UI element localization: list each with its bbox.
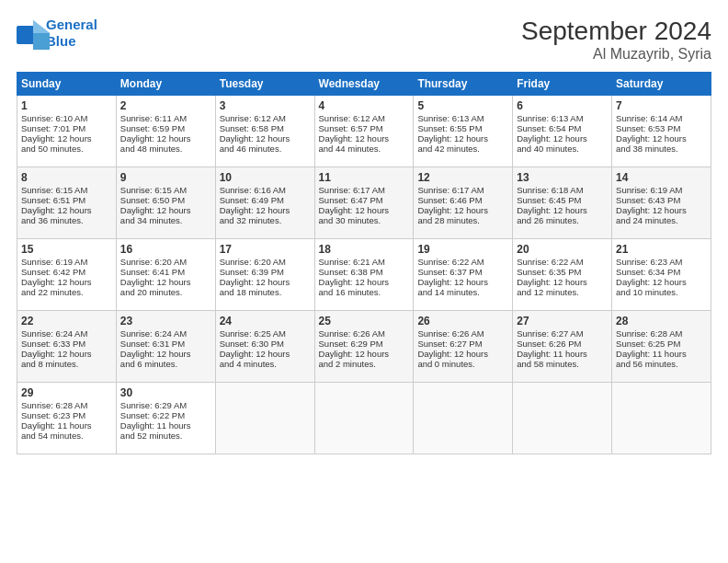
- calendar-cell: 15Sunrise: 6:19 AMSunset: 6:42 PMDayligh…: [17, 239, 117, 311]
- day-info-line: Daylight: 12 hours: [220, 205, 311, 215]
- day-number: 24: [220, 315, 311, 327]
- week-row-3: 15Sunrise: 6:19 AMSunset: 6:42 PMDayligh…: [17, 239, 711, 311]
- calendar-cell: 3Sunrise: 6:12 AMSunset: 6:58 PMDaylight…: [215, 96, 314, 167]
- day-info-line: Sunrise: 6:28 AM: [21, 400, 112, 410]
- day-info-line: and 4 minutes.: [220, 359, 311, 369]
- day-number: 1: [21, 99, 112, 112]
- day-info-line: and 50 minutes.: [21, 144, 112, 154]
- day-info-line: Daylight: 12 hours: [21, 277, 112, 287]
- calendar-cell: 5Sunrise: 6:13 AMSunset: 6:55 PMDaylight…: [414, 96, 513, 167]
- day-info-line: Daylight: 12 hours: [120, 349, 211, 359]
- day-info-line: Sunrise: 6:14 AM: [616, 113, 707, 123]
- day-info-line: and 28 minutes.: [417, 215, 508, 225]
- calendar-cell: [414, 383, 513, 454]
- col-saturday: Saturday: [612, 73, 711, 96]
- day-info-line: and 2 minutes.: [319, 359, 410, 369]
- calendar-cell: 14Sunrise: 6:19 AMSunset: 6:43 PMDayligh…: [612, 167, 711, 239]
- calendar-cell: 9Sunrise: 6:15 AMSunset: 6:50 PMDaylight…: [116, 167, 215, 239]
- day-info-line: and 40 minutes.: [517, 144, 608, 154]
- day-info-line: and 32 minutes.: [220, 215, 311, 225]
- day-info-line: Daylight: 12 hours: [120, 205, 211, 215]
- calendar-cell: 1Sunrise: 6:10 AMSunset: 7:01 PMDaylight…: [17, 96, 117, 167]
- location-title: Al Muzayrib, Syria: [521, 46, 711, 63]
- calendar-cell: 29Sunrise: 6:28 AMSunset: 6:23 PMDayligh…: [17, 383, 117, 454]
- day-info-line: Sunset: 6:22 PM: [120, 410, 211, 420]
- day-info-line: Daylight: 12 hours: [417, 349, 508, 359]
- day-info-line: and 52 minutes.: [120, 431, 211, 441]
- day-info-line: and 36 minutes.: [21, 215, 112, 225]
- day-info-line: Daylight: 12 hours: [220, 349, 311, 359]
- day-info-line: Sunrise: 6:20 AM: [120, 257, 211, 267]
- calendar-cell: [314, 383, 414, 454]
- day-info-line: Daylight: 12 hours: [120, 277, 211, 287]
- week-row-5: 29Sunrise: 6:28 AMSunset: 6:23 PMDayligh…: [17, 383, 711, 454]
- calendar-cell: 22Sunrise: 6:24 AMSunset: 6:33 PMDayligh…: [17, 311, 117, 383]
- calendar-cell: 11Sunrise: 6:17 AMSunset: 6:47 PMDayligh…: [314, 167, 414, 239]
- day-info-line: and 22 minutes.: [21, 287, 112, 297]
- day-info-line: and 44 minutes.: [319, 144, 410, 154]
- day-info-line: Sunset: 6:37 PM: [417, 267, 508, 277]
- day-info-line: Sunset: 6:55 PM: [417, 123, 508, 133]
- day-info-line: Sunrise: 6:29 AM: [120, 400, 211, 410]
- day-info-line: Daylight: 11 hours: [517, 349, 608, 359]
- day-number: 13: [517, 171, 608, 184]
- day-info-line: Daylight: 12 hours: [517, 205, 608, 215]
- day-info-line: Daylight: 12 hours: [417, 277, 508, 287]
- day-info-line: Sunrise: 6:17 AM: [417, 185, 508, 195]
- calendar-cell: 24Sunrise: 6:25 AMSunset: 6:30 PMDayligh…: [215, 311, 314, 383]
- day-info-line: Sunset: 6:42 PM: [21, 267, 112, 277]
- day-info-line: Sunrise: 6:27 AM: [517, 328, 608, 339]
- day-info-line: Sunset: 6:51 PM: [21, 195, 112, 205]
- day-number: 29: [21, 386, 112, 399]
- logo-text: General Blue: [46, 17, 97, 50]
- day-info-line: Sunrise: 6:25 AM: [220, 328, 311, 339]
- day-info-line: Daylight: 12 hours: [319, 277, 410, 287]
- col-thursday: Thursday: [414, 73, 513, 96]
- day-info-line: Sunrise: 6:19 AM: [616, 185, 707, 195]
- day-info-line: Sunrise: 6:26 AM: [417, 328, 508, 339]
- day-info-line: Sunset: 6:43 PM: [616, 195, 707, 205]
- day-info-line: Sunset: 6:35 PM: [517, 267, 608, 277]
- day-info-line: Daylight: 12 hours: [220, 133, 311, 144]
- day-number: 9: [120, 171, 211, 184]
- day-info-line: and 16 minutes.: [319, 287, 410, 297]
- calendar-cell: 23Sunrise: 6:24 AMSunset: 6:31 PMDayligh…: [116, 311, 215, 383]
- day-info-line: Sunset: 6:34 PM: [616, 267, 707, 277]
- day-info-line: Sunrise: 6:13 AM: [417, 113, 508, 123]
- day-info-line: and 46 minutes.: [220, 144, 311, 154]
- title-block: September 2024 Al Muzayrib, Syria: [521, 17, 711, 63]
- day-info-line: Sunset: 6:49 PM: [220, 195, 311, 205]
- day-number: 17: [220, 243, 311, 256]
- week-row-4: 22Sunrise: 6:24 AMSunset: 6:33 PMDayligh…: [17, 311, 711, 383]
- calendar-cell: 21Sunrise: 6:23 AMSunset: 6:34 PMDayligh…: [612, 239, 711, 311]
- day-info-line: Sunset: 6:27 PM: [417, 339, 508, 349]
- day-info-line: Sunset: 6:57 PM: [319, 123, 410, 133]
- day-info-line: Daylight: 12 hours: [21, 349, 112, 359]
- day-info-line: Sunrise: 6:12 AM: [220, 113, 311, 123]
- calendar-cell: 17Sunrise: 6:20 AMSunset: 6:39 PMDayligh…: [215, 239, 314, 311]
- calendar-cell: 27Sunrise: 6:27 AMSunset: 6:26 PMDayligh…: [513, 311, 612, 383]
- day-number: 14: [616, 171, 707, 184]
- day-info-line: Sunset: 7:01 PM: [21, 123, 112, 133]
- calendar-cell: 6Sunrise: 6:13 AMSunset: 6:54 PMDaylight…: [513, 96, 612, 167]
- day-number: 15: [21, 243, 112, 256]
- day-info-line: and 0 minutes.: [417, 359, 508, 369]
- calendar-cell: 20Sunrise: 6:22 AMSunset: 6:35 PMDayligh…: [513, 239, 612, 311]
- day-info-line: Daylight: 12 hours: [417, 133, 508, 144]
- day-number: 18: [319, 243, 410, 256]
- day-number: 16: [120, 243, 211, 256]
- day-info-line: Sunset: 6:39 PM: [220, 267, 311, 277]
- day-info-line: and 34 minutes.: [120, 215, 211, 225]
- day-info-line: Sunrise: 6:24 AM: [120, 328, 211, 339]
- day-info-line: Sunrise: 6:18 AM: [517, 185, 608, 195]
- day-info-line: Daylight: 11 hours: [616, 349, 707, 359]
- month-title: September 2024: [521, 17, 711, 46]
- col-wednesday: Wednesday: [314, 73, 414, 96]
- calendar-cell: [215, 383, 314, 454]
- day-info-line: and 38 minutes.: [616, 144, 707, 154]
- calendar-cell: 12Sunrise: 6:17 AMSunset: 6:46 PMDayligh…: [414, 167, 513, 239]
- col-friday: Friday: [513, 73, 612, 96]
- day-info-line: Sunset: 6:23 PM: [21, 410, 112, 420]
- day-info-line: and 30 minutes.: [319, 215, 410, 225]
- calendar-cell: 4Sunrise: 6:12 AMSunset: 6:57 PMDaylight…: [314, 96, 414, 167]
